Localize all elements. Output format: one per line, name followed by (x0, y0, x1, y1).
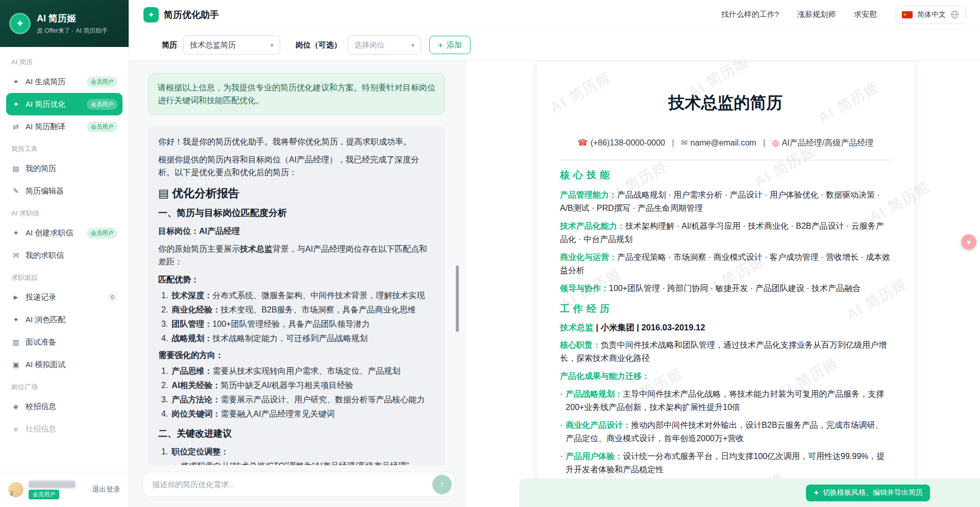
sidebar-item-label: 我的求职信 (26, 251, 64, 260)
sidebar-item-label: AI 生成简历 (26, 77, 65, 87)
language-selector[interactable]: ★ 简体中文 (895, 6, 966, 24)
work-bullet: ·商业化产品设计：推动内部中间件技术对外输出，设计B2B云服务产品，完成市场调研… (560, 419, 891, 445)
list-item: 4.岗位关键词：需要融入AI产品经理常见关键词 (161, 407, 435, 420)
contact-divider (560, 160, 891, 160)
transfer-heading: 产品化成果与能力迁移： (560, 370, 891, 383)
sidebar-item-my-cover-letters[interactable]: ✉ 我的求职信 (6, 244, 122, 267)
nav-link-what-job[interactable]: 找什么样的工作? (721, 10, 779, 19)
section-label-cover-letter: AI 求职信 (6, 202, 122, 222)
sidebar-item-ai-translate-resume[interactable]: ⇄ AI 简历翻译 会员用户 (6, 115, 122, 138)
section-label-job-plaza: 岗位广场 (6, 376, 122, 395)
mail-icon: ✉ (681, 138, 688, 147)
app-logo-icon: ✦ (9, 13, 31, 34)
section-label-resume-tools: 简历工具 (6, 138, 122, 157)
member-badge: 会员用户 (29, 490, 59, 499)
target-icon: ◎ (772, 138, 779, 147)
user-message: 请根据以上信息，为我提供专业的简历优化建议和方案。特别要针对目标岗位进行关键词和… (148, 73, 445, 115)
user-name-redacted (29, 480, 76, 488)
sidebar-item-label: AI 简历翻译 (26, 122, 65, 132)
sidebar-item-label: 面试准备 (26, 337, 56, 347)
dot-icon: · (560, 388, 562, 414)
skills-heading: 核心技能 (560, 168, 891, 182)
chat-input-box: ↑ (142, 472, 455, 497)
dot-icon: · (560, 419, 562, 445)
member-badge: 会员用户 (87, 77, 117, 87)
sidebar-item-ai-mock-interview[interactable]: ▣ AI 模拟面试 (6, 353, 122, 376)
list-item: 1.技术深度：分布式系统、微服务架构、中间件技术背景，理解技术实现 (161, 289, 435, 302)
sidebar-item-resume-editor[interactable]: ✎ 简历编辑器 (6, 180, 122, 202)
page-title: 简历优化助手 (164, 9, 219, 21)
duty-line: 核心职责：负责中间件技术战略和团队管理，通过技术产品化支撑业务从百万到亿级用户增… (560, 339, 891, 365)
member-badge: 会员用户 (87, 99, 117, 110)
phone-icon: ☎ (578, 138, 588, 147)
sidebar-item-ai-create-cover-letter[interactable]: ✦ AI 创建求职信 会员用户 (6, 222, 122, 244)
gaps-label: 需要强化的方向： (158, 349, 435, 361)
nav-link-comfort[interactable]: 求安慰 (854, 10, 877, 19)
switch-template-export-button[interactable]: ✦ 切换模板风格、编辑并导出简历 (806, 485, 930, 501)
target-job-line: 目标岗位：AI产品经理 (158, 225, 435, 237)
nav-link-salary-planner[interactable]: 涨薪规划师 (797, 10, 836, 19)
floating-comfort-button[interactable]: ♥ (961, 234, 976, 250)
member-badge: 会员用户 (87, 228, 117, 238)
graduation-icon: ◈ (11, 402, 20, 411)
sidebar-item-label: 社招信息 (26, 424, 56, 434)
chat-scrollbar-thumb[interactable] (456, 265, 459, 332)
send-button[interactable]: ↑ (432, 475, 452, 494)
add-job-button[interactable]: + 添加 (429, 36, 471, 54)
translate-icon: ⇄ (11, 123, 20, 131)
sidebar-item-campus-recruitment[interactable]: ◈ 校招信息 (6, 395, 122, 418)
sidebar-item-interview-prep[interactable]: ▥ 面试准备 (6, 331, 122, 353)
resume-select[interactable]: 技术总监简历 ▾ (183, 35, 280, 55)
sidebar-item-my-resumes[interactable]: ▤ 我的简历 (6, 157, 122, 180)
chat-panel: 请根据以上信息，为我提供专业的简历优化建议和方案。特别要针对目标岗位进行关键词和… (129, 61, 465, 507)
section-2-title: 二、关键改进建议 (158, 427, 435, 440)
resume-contact-line: ☎(+86)138-0000-0000 | ✉name@email.com | … (560, 138, 891, 149)
section-label-job-tracking: 求职追踪 (6, 267, 122, 286)
list-item: 4.战略规划：技术战略制定能力，可迁移到产品战略规划 (161, 332, 435, 345)
app-title: AI 简历姬 (37, 12, 108, 25)
clipboard-icon: ▤ (158, 187, 169, 200)
assistant-message: 你好！我是你的简历优化助手。我将帮你优化简历，提高求职成功率。 根据你提供的简历… (148, 126, 445, 465)
work-heading: 工作经历 (560, 302, 891, 316)
skill-line: 技术产品化能力：技术架构理解 · AI/机器学习应用 · 技术商业化 · B2B… (560, 220, 891, 246)
sidebar-item-label: AI 润色匹配 (26, 315, 65, 325)
section-1-title: 一、简历与目标岗位匹配度分析 (158, 207, 435, 220)
bullet-icon: • (174, 460, 177, 465)
advantages-label: 匹配优势： (158, 273, 435, 286)
assistant-paragraph: 根据你提供的简历内容和目标岗位（AI产品经理），我已经完成了深度分析。以下是优化… (158, 153, 435, 179)
language-label: 简体中文 (917, 10, 946, 19)
sparkles-icon: ✦ (11, 100, 20, 108)
resume-select-label: 简历 (162, 40, 177, 50)
sidebar-item-ai-polish-match[interactable]: ✦ AI 润色匹配 (6, 308, 122, 331)
sidebar-item-ai-generate-resume[interactable]: ✦ AI 生成简历 会员用户 (6, 70, 122, 93)
list-item: 1.职位定位调整： (161, 445, 435, 458)
job-select[interactable]: 选择岗位 ▾ (348, 35, 421, 55)
sidebar-item-label: AI 创建求职信 (26, 228, 73, 238)
main-area: ✦ 简历优化助手 找什么样的工作? 涨薪规划师 求安慰 ★ 简体中文 简历 技术… (129, 0, 980, 507)
china-flag-icon: ★ (902, 11, 913, 18)
chat-input-area: ↑ (129, 465, 465, 507)
star-icon: ★ (903, 12, 906, 17)
sidebar-item-application-records[interactable]: ► 投递记录 0 (6, 286, 122, 308)
job-select-label: 岗位（可选） (296, 40, 341, 50)
intro-line: 你的原始简历主要展示技术总监背景，与AI产品经理岗位存在以下匹配点和差距： (158, 243, 435, 268)
sidebar-item-ai-optimize-resume[interactable]: ✦ AI 简历优化 会员用户 (6, 93, 122, 115)
avatar[interactable]: 2 (8, 482, 23, 497)
avatar-text: 2 (10, 490, 13, 496)
chat-messages: 请根据以上信息，为我提供专业的简历优化建议和方案。特别要针对目标岗位进行关键词和… (129, 61, 465, 465)
user-message-text: 请根据以上信息，为我提供专业的简历优化建议和方案。特别要针对目标岗位进行关键词和… (158, 83, 435, 105)
list-item: 2.商业化经验：技术变现、B2B服务、市场洞察，具备产品商业化思维 (161, 303, 435, 316)
sidebar-item-social-recruitment[interactable]: ◈ 社招信息 (6, 418, 122, 440)
globe-icon (950, 10, 959, 19)
app-subtitle: 原 Offer来了 · AI 简历助手 (37, 27, 108, 35)
sidebar-item-label: 校招信息 (26, 402, 56, 412)
chat-input[interactable] (152, 480, 432, 489)
preview-footer-bar: ✦ 切换模板风格、编辑并导出简历 (519, 478, 980, 507)
list-item: 2.AI相关经验：简历中缺乏AI/机器学习相关项目经验 (161, 379, 435, 392)
skill-line: 产品管理能力：产品战略规划 · 用户需求分析 · 产品设计 · 用户体验优化 ·… (560, 188, 891, 215)
optimizer-app-icon: ✦ (143, 7, 159, 22)
logout-button[interactable]: 退出登录 (92, 485, 120, 494)
add-button-label: 添加 (447, 40, 462, 50)
list-item: 1.产品思维：需要从技术实现转向用户需求、市场定位、产品规划 (161, 365, 435, 377)
sidebar-item-label: 我的简历 (26, 164, 56, 174)
